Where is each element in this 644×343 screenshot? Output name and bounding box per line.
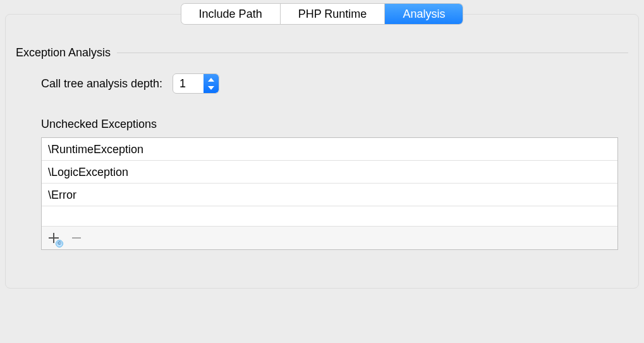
- chevron-down-icon: [208, 86, 214, 90]
- tab-php-runtime[interactable]: PHP Runtime: [281, 4, 386, 24]
- list-item[interactable]: \RuntimeException: [42, 138, 617, 161]
- call-tree-depth-stepper[interactable]: 1: [173, 73, 219, 94]
- unchecked-exceptions-list: \RuntimeException \LogicException \Error…: [41, 137, 618, 250]
- stepper-up-button[interactable]: [204, 74, 219, 84]
- class-badge-icon: ©: [56, 240, 63, 247]
- call-tree-depth-value: 1: [173, 74, 204, 93]
- list-toolbar: ©: [42, 227, 617, 249]
- exception-analysis-title: Exception Analysis: [16, 46, 111, 59]
- remove-exception-button[interactable]: [70, 231, 83, 245]
- chevron-up-icon: [208, 78, 214, 82]
- tab-analysis[interactable]: Analysis: [385, 4, 463, 24]
- minus-icon: [72, 237, 81, 239]
- list-empty-row: [42, 206, 617, 227]
- add-exception-button[interactable]: ©: [47, 231, 61, 245]
- section-divider: [117, 53, 628, 53]
- call-tree-depth-label: Call tree analysis depth:: [41, 77, 162, 90]
- stepper-down-button[interactable]: [204, 84, 219, 93]
- tab-include-path[interactable]: Include Path: [181, 4, 281, 24]
- list-item[interactable]: \LogicException: [42, 161, 617, 184]
- unchecked-exceptions-title: Unchecked Exceptions: [41, 118, 157, 131]
- tab-bar: Include Path PHP Runtime Analysis: [181, 4, 463, 24]
- analysis-panel: Exception Analysis Call tree analysis de…: [5, 14, 639, 289]
- list-item[interactable]: \Error: [42, 184, 617, 206]
